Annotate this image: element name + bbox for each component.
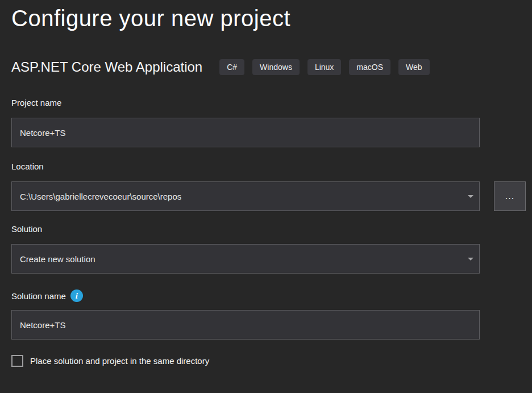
project-name-input[interactable]	[11, 118, 480, 147]
page-title: Configure your new project	[11, 5, 526, 32]
same-directory-row: Place solution and project in the same d…	[11, 355, 526, 367]
same-directory-checkbox[interactable]	[11, 355, 23, 367]
solution-name-label: Solution name	[11, 291, 66, 301]
tag-web: Web	[398, 59, 430, 75]
template-name: ASP.NET Core Web Application	[11, 59, 202, 75]
same-directory-label[interactable]: Place solution and project in the same d…	[30, 356, 209, 366]
solution-label: Solution	[11, 224, 526, 234]
solution-name-label-row: Solution name i	[11, 289, 526, 302]
tag-macos: macOS	[349, 59, 390, 75]
project-name-label: Project name	[11, 98, 526, 107]
solution-row: Create new solution	[11, 244, 526, 274]
location-label: Location	[11, 162, 526, 171]
solution-name-input[interactable]	[11, 310, 480, 340]
solution-combobox[interactable]: Create new solution	[11, 244, 480, 274]
browse-button[interactable]: ...	[494, 181, 526, 211]
chevron-down-icon[interactable]	[468, 195, 473, 198]
tag-linux: Linux	[307, 59, 341, 75]
tag-csharp: C#	[219, 59, 244, 75]
template-tags: C# Windows Linux macOS Web	[219, 59, 429, 75]
configure-project-dialog: Configure your new project ASP.NET Core …	[0, 5, 532, 393]
solution-value: Create new solution	[20, 254, 95, 264]
location-combobox[interactable]: C:\Users\gabriellecrevecoeur\source\repo…	[11, 181, 480, 211]
location-value: C:\Users\gabriellecrevecoeur\source\repo…	[20, 192, 181, 201]
info-icon[interactable]: i	[70, 289, 83, 302]
chevron-down-icon[interactable]	[468, 258, 473, 260]
template-row: ASP.NET Core Web Application C# Windows …	[11, 58, 526, 76]
location-row: C:\Users\gabriellecrevecoeur\source\repo…	[11, 181, 526, 211]
tag-windows: Windows	[252, 59, 300, 75]
